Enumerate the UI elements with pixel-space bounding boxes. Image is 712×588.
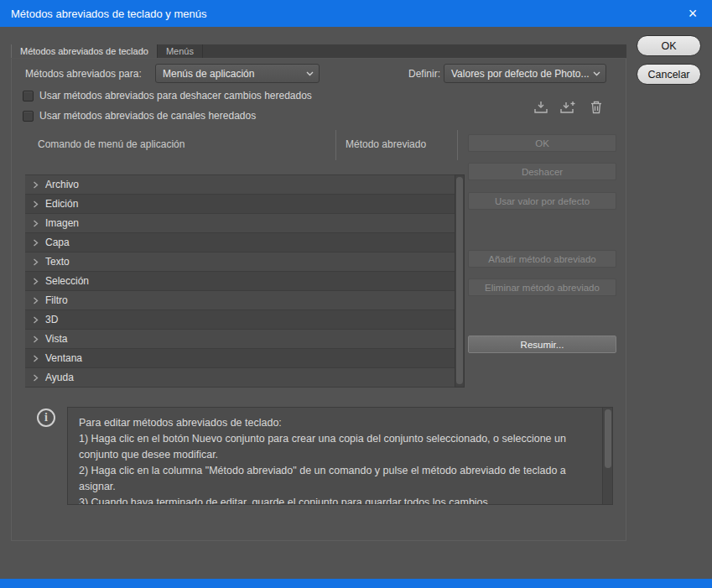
set-label: Definir: bbox=[408, 68, 440, 80]
list-item-label: Texto bbox=[45, 256, 70, 268]
set-value: Valores por defecto de Photo... bbox=[451, 68, 590, 80]
new-set-button[interactable] bbox=[559, 98, 577, 116]
scrollbar-thumb[interactable] bbox=[605, 409, 611, 468]
chevron-right-icon bbox=[33, 278, 39, 285]
list-item-ayuda[interactable]: Ayuda bbox=[25, 368, 455, 388]
window-title: Métodos abreviados de teclado y menús bbox=[11, 8, 206, 20]
chevron-right-icon bbox=[33, 200, 39, 208]
list-item-label: Filtro bbox=[45, 294, 68, 306]
table-header-shortcut-column: Método abreviado bbox=[346, 138, 426, 150]
info-line: 1) Haga clic en el botón Nuevo conjunto … bbox=[79, 431, 587, 463]
save-set-button[interactable] bbox=[532, 98, 550, 116]
summarize-button[interactable]: Resumir... bbox=[468, 336, 616, 353]
info-line: 3) Cuando haya terminado de editar, guar… bbox=[79, 495, 587, 505]
list-item-label: Capa bbox=[45, 237, 70, 248]
legacy-undo-checkbox[interactable] bbox=[23, 91, 34, 101]
titlebar: Métodos abreviados de teclado y menús × bbox=[0, 0, 712, 27]
legacy-channels-checkbox[interactable] bbox=[23, 111, 34, 122]
legacy-channels-label: Usar métodos abreviados de canales hered… bbox=[39, 110, 256, 122]
info-box: Para editar métodos abreviados de teclad… bbox=[67, 407, 613, 505]
chevron-right-icon bbox=[33, 220, 39, 227]
legacy-undo-checkbox-row[interactable]: Usar métodos abreviados para deshacer ca… bbox=[23, 89, 312, 102]
list-item-label: Archivo bbox=[45, 179, 79, 190]
list-item-texto[interactable]: Texto bbox=[25, 252, 455, 272]
list-item-label: 3D bbox=[45, 314, 58, 325]
list-item-label: Selección bbox=[45, 275, 89, 287]
use-default-button[interactable]: Usar valor por defecto bbox=[468, 192, 616, 210]
shortcuts-for-select[interactable]: Menús de aplicación bbox=[155, 64, 320, 83]
table-header-command-column: Comando de menú de aplicación bbox=[38, 138, 184, 150]
list-item-archivo[interactable]: Archivo bbox=[25, 175, 455, 195]
info-scrollbar[interactable] bbox=[602, 408, 612, 504]
list-item-label: Edición bbox=[45, 198, 78, 210]
window-bottom-border bbox=[0, 579, 712, 588]
shortcuts-for-label: Métodos abreviados para: bbox=[25, 68, 142, 80]
legacy-undo-label: Usar métodos abreviados para deshacer ca… bbox=[39, 90, 312, 101]
add-shortcut-button[interactable]: Añadir método abreviado bbox=[468, 250, 616, 268]
list-item-filtro[interactable]: Filtro bbox=[25, 291, 455, 310]
column-divider bbox=[335, 130, 336, 160]
trash-icon bbox=[590, 100, 603, 115]
cancel-button[interactable]: Cancelar bbox=[637, 64, 701, 85]
list-item-label: Imagen bbox=[45, 217, 79, 229]
list-item-label: Ventana bbox=[45, 352, 82, 364]
delete-set-button[interactable] bbox=[587, 98, 605, 116]
chevron-right-icon bbox=[33, 316, 39, 324]
column-divider bbox=[457, 130, 458, 160]
legacy-channels-checkbox-row[interactable]: Usar métodos abreviados de canales hered… bbox=[23, 109, 256, 122]
new-set-icon bbox=[559, 100, 576, 115]
list-scrollbar[interactable] bbox=[455, 174, 465, 388]
chevron-right-icon bbox=[33, 258, 39, 266]
tab-keyboard-shortcuts[interactable]: Métodos abreviados de teclado bbox=[11, 44, 158, 58]
chevron-down-icon bbox=[306, 71, 314, 76]
ok-button[interactable]: OK bbox=[637, 35, 701, 56]
list-item-imagen[interactable]: Imagen bbox=[25, 214, 455, 233]
chevron-right-icon bbox=[33, 336, 39, 343]
list-item-capa[interactable]: Capa bbox=[25, 233, 455, 252]
list-item-seleccion[interactable]: Selección bbox=[25, 272, 455, 291]
tab-bar: Métodos abreviados de teclado Menús bbox=[11, 44, 626, 59]
list-item-ventana[interactable]: Ventana bbox=[25, 349, 455, 368]
remove-shortcut-button[interactable]: Eliminar método abreviado bbox=[468, 278, 616, 296]
info-line: Para editar métodos abreviados de teclad… bbox=[79, 415, 587, 431]
list-item-label: Ayuda bbox=[45, 372, 74, 383]
info-line: 2) Haga clic en la columna "Método abrev… bbox=[79, 463, 587, 495]
undo-button[interactable]: Deshacer bbox=[468, 163, 616, 180]
chevron-down-icon bbox=[593, 71, 600, 76]
list-item-edicion[interactable]: Edición bbox=[25, 195, 455, 214]
accept-shortcut-button[interactable]: OK bbox=[468, 134, 616, 152]
set-select[interactable]: Valores por defecto de Photo... bbox=[444, 64, 606, 83]
command-list: Archivo Edición Imagen Capa Texto Selecc… bbox=[25, 174, 455, 388]
shortcuts-for-value: Menús de aplicación bbox=[163, 68, 254, 80]
tab-menus[interactable]: Menús bbox=[158, 44, 203, 58]
save-set-icon bbox=[533, 100, 548, 115]
list-item-vista[interactable]: Vista bbox=[25, 330, 455, 349]
chevron-right-icon bbox=[33, 181, 39, 189]
chevron-right-icon bbox=[33, 374, 39, 382]
chevron-right-icon bbox=[33, 239, 39, 247]
chevron-right-icon bbox=[33, 297, 39, 304]
info-icon: i bbox=[37, 408, 55, 427]
close-icon[interactable]: × bbox=[682, 3, 704, 24]
chevron-right-icon bbox=[33, 355, 39, 362]
keyboard-shortcuts-dialog: Métodos abreviados de teclado y menús × … bbox=[0, 0, 712, 588]
scrollbar-thumb[interactable] bbox=[456, 177, 463, 384]
list-item-3d[interactable]: 3D bbox=[25, 310, 455, 330]
list-item-label: Vista bbox=[45, 333, 67, 345]
